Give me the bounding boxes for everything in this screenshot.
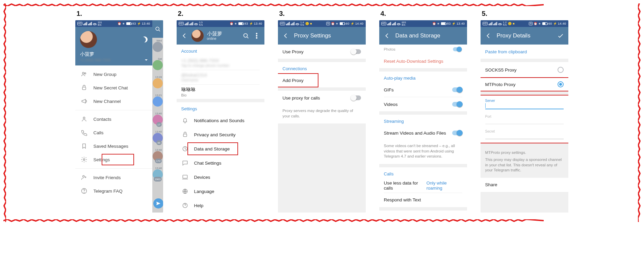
step-number: 5. xyxy=(482,10,569,17)
mtproto-note: MTProto proxy settings. This proxy may d… xyxy=(481,147,568,178)
drawer-new-group[interactable]: New Group xyxy=(75,67,152,81)
nav-drawer: HD 331B/s ⏰ ∗ 83 ⚡ 13:40 小菠 xyxy=(75,20,152,213)
row-share[interactable]: Share xyxy=(481,178,568,192)
row-chat-settings[interactable]: Chat Settings xyxy=(177,156,264,170)
use-proxy-switch[interactable] xyxy=(351,49,361,54)
row-devices[interactable]: Devices xyxy=(177,170,264,184)
compose-fab[interactable] xyxy=(153,198,163,208)
row-socks5[interactable]: SOCKS5 Proxy xyxy=(481,63,568,77)
status-bar: HD 331B/s ⏰ ∗ 83 ⚡ 13:40 xyxy=(75,20,152,27)
back-icon[interactable] xyxy=(383,32,391,39)
row-data-storage[interactable]: Data and Storage xyxy=(177,142,264,156)
socks5-radio[interactable] xyxy=(558,67,564,73)
more-icon[interactable] xyxy=(253,32,260,39)
field-secret[interactable]: Secret xyxy=(481,128,568,143)
page-title: Data and Storage xyxy=(395,32,440,39)
drawer-faq[interactable]: Telegram FAQ xyxy=(75,184,152,198)
row-bio[interactable]: 咻咻咻Bio xyxy=(177,85,264,99)
drawer-settings[interactable]: Settings xyxy=(75,153,152,166)
data-icon xyxy=(181,145,189,152)
drawer-saved[interactable]: Saved Messages xyxy=(75,139,152,153)
gear-icon xyxy=(81,156,87,163)
stream-switch[interactable] xyxy=(452,131,462,135)
svg-point-3 xyxy=(83,117,85,119)
svg-point-12 xyxy=(256,37,257,38)
add-person-icon xyxy=(81,174,87,181)
row-reset-autodl[interactable]: Reset Auto-Download Settings xyxy=(379,54,467,68)
photos-switch[interactable] xyxy=(453,47,462,51)
row-videos[interactable]: Videos xyxy=(379,97,467,111)
status-bar: HD603B/s ⏰∗83⚡13:40 xyxy=(379,20,467,27)
back-icon[interactable] xyxy=(282,32,289,39)
videos-switch[interactable] xyxy=(452,102,462,107)
stream-note: Some videos can't be streamed – e.g., al… xyxy=(379,140,467,164)
row-phone[interactable]: +1 (502) 966-7333Tap to change phone num… xyxy=(177,56,264,70)
row-notifications[interactable]: Notifications and Sounds xyxy=(177,113,264,128)
drawer-invite[interactable]: Invite Friends xyxy=(75,171,152,184)
row-respond-text[interactable]: Respond with Text xyxy=(379,193,467,207)
status-bar: HD3.5K/s ⏰∗83⚡13:40 xyxy=(177,20,264,27)
bell-icon xyxy=(181,117,189,124)
signal-icon xyxy=(83,22,87,25)
section-streaming: Streaming xyxy=(379,115,467,126)
row-privacy[interactable]: Privacy and Security xyxy=(177,128,264,142)
row-proxy-calls[interactable]: Use proxy for calls xyxy=(278,91,366,105)
field-server[interactable]: Server xyxy=(481,97,568,113)
avatar[interactable] xyxy=(191,30,204,42)
field-port[interactable]: Port xyxy=(481,113,568,128)
avatar[interactable] xyxy=(80,31,97,48)
drawer-new-channel[interactable]: New Channel xyxy=(75,94,152,108)
row-paste-clipboard[interactable]: Paste from clipboard xyxy=(481,45,568,59)
help-icon xyxy=(181,202,189,209)
gifs-switch[interactable] xyxy=(452,87,462,92)
svg-rect-2 xyxy=(82,87,86,90)
drawer-phone: +1 (502) 966-7333 xyxy=(80,58,111,62)
back-icon[interactable] xyxy=(485,32,492,39)
expand-icon[interactable] xyxy=(145,59,148,62)
row-language[interactable]: Language xyxy=(177,184,264,198)
search-icon[interactable] xyxy=(152,20,163,38)
section-proxy: Proxy xyxy=(379,211,467,213)
lock-icon xyxy=(81,84,87,91)
search-icon[interactable] xyxy=(242,32,250,39)
row-photos[interactable]: Photos xyxy=(379,45,467,54)
svg-point-4 xyxy=(83,159,85,161)
drawer-header: 小菠萝 +1 (502) 966-7333 xyxy=(75,27,152,65)
drawer-contacts[interactable]: Contacts xyxy=(75,112,152,126)
megaphone-icon xyxy=(81,98,87,105)
row-username[interactable]: @bokai1314Username xyxy=(177,70,264,84)
row-lessdata[interactable]: Use less data for callsOnly while roamin… xyxy=(379,178,467,193)
svg-point-5 xyxy=(82,175,84,177)
row-gifs[interactable]: GIFs xyxy=(379,83,467,97)
status-bar: HD1.4K/s🙂■ N⏰∗60⚡14:40 xyxy=(278,20,366,27)
night-mode-icon[interactable] xyxy=(141,36,148,43)
section-connections: Connections xyxy=(278,62,366,73)
alarm-icon: ⏰ xyxy=(118,22,121,25)
phone-icon xyxy=(81,129,87,136)
proxy-calls-switch[interactable] xyxy=(351,95,361,100)
mtproto-radio[interactable] xyxy=(558,81,564,87)
screenshot-3: HD1.4K/s🙂■ N⏰∗60⚡14:40 Proxy Settings Us… xyxy=(278,20,366,213)
lock-icon xyxy=(181,131,189,138)
confirm-icon[interactable] xyxy=(557,32,564,39)
status-bar: HD1.2K/s🙂■ N⏰∗60⚡14:40 xyxy=(481,20,568,27)
toolbar: Data and Storage xyxy=(379,27,467,45)
section-autoplay: Auto-play media xyxy=(379,72,467,83)
row-add-proxy[interactable]: Add Proxy xyxy=(278,73,366,87)
row-mtproto[interactable]: MTProto Proxy xyxy=(481,77,568,91)
row-stream[interactable]: Stream Videos and Audio Files xyxy=(379,126,467,140)
back-icon[interactable] xyxy=(181,32,188,39)
svg-point-10 xyxy=(256,33,257,34)
svg-point-1 xyxy=(84,73,86,74)
clock: 13:40 xyxy=(142,22,150,25)
hd-icon: HD xyxy=(77,22,83,25)
drawer-calls[interactable]: Calls xyxy=(75,126,152,139)
bluetooth-icon: ∗ xyxy=(122,22,125,25)
drawer-new-secret[interactable]: New Secret Chat xyxy=(75,81,152,94)
step-number: 3. xyxy=(279,10,366,17)
step-number: 1. xyxy=(77,10,164,17)
row-use-proxy[interactable]: Use Proxy xyxy=(278,45,366,59)
row-help[interactable]: Help xyxy=(177,198,264,213)
signal-icon xyxy=(88,22,92,25)
svg-point-8 xyxy=(156,27,159,30)
